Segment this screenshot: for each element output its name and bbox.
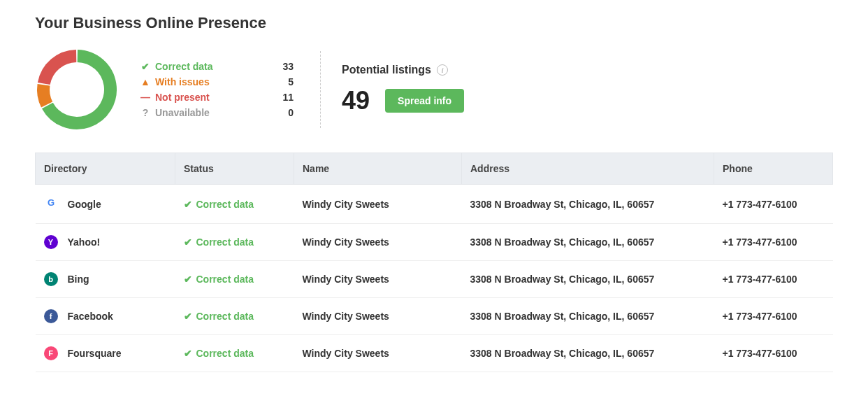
th-phone: Phone <box>714 153 833 185</box>
directory-name: Bing <box>68 274 89 285</box>
legend-count-unavail: 0 <box>273 107 294 118</box>
business-address: 3308 N Broadway St, Chicago, IL, 60657 <box>462 185 714 224</box>
directory-name: Foursquare <box>68 348 122 359</box>
presence-donut-chart <box>35 48 119 132</box>
th-address: Address <box>462 153 714 185</box>
business-phone: +1 773-477-6100 <box>714 298 833 335</box>
question-icon: ? <box>140 107 151 118</box>
minus-icon: — <box>140 92 151 103</box>
legend-label-correct: Correct data <box>155 61 212 72</box>
legend-label-issues: With issues <box>155 76 210 87</box>
page-title: Your Business Online Presence <box>35 14 833 32</box>
potential-count: 49 <box>342 86 370 115</box>
status-text: Correct data <box>196 236 254 248</box>
th-status: Status <box>175 153 294 185</box>
business-address: 3308 N Broadway St, Chicago, IL, 60657 <box>462 298 714 335</box>
business-phone: +1 773-477-6100 <box>714 185 833 224</box>
business-address: 3308 N Broadway St, Chicago, IL, 60657 <box>462 224 714 261</box>
table-row[interactable]: Y Yahoo! ✔ Correct data Windy City Sweet… <box>36 224 833 261</box>
legend-row-notpresent: — Not present 11 <box>140 90 294 105</box>
status-text: Correct data <box>196 274 254 285</box>
status-text: Correct data <box>196 348 254 359</box>
business-name: Windy City Sweets <box>294 224 462 261</box>
table-row[interactable]: f Facebook ✔ Correct data Windy City Swe… <box>36 298 833 335</box>
legend-row-unavail: ? Unavailable 0 <box>140 105 294 120</box>
check-icon: ✔ <box>184 274 192 285</box>
legend-count-issues: 5 <box>273 76 294 87</box>
warning-icon: ▲ <box>140 76 151 87</box>
business-name: Windy City Sweets <box>294 261 462 298</box>
vertical-divider <box>320 51 321 128</box>
directory-name: Facebook <box>68 311 113 322</box>
business-name: Windy City Sweets <box>294 185 462 224</box>
table-row[interactable]: b Bing ✔ Correct data Windy City Sweets … <box>36 261 833 298</box>
spread-info-button[interactable]: Spread info <box>385 89 464 113</box>
legend-label-unavail: Unavailable <box>155 107 210 118</box>
business-address: 3308 N Broadway St, Chicago, IL, 60657 <box>462 261 714 298</box>
check-icon: ✔ <box>184 311 192 322</box>
status-text: Correct data <box>196 199 254 210</box>
google-icon: G <box>44 196 58 212</box>
th-directory: Directory <box>36 153 175 185</box>
business-name: Windy City Sweets <box>294 335 462 372</box>
potential-listings-panel: Potential listings i 49 Spread info <box>342 64 464 115</box>
potential-heading: Potential listings <box>342 64 431 76</box>
business-name: Windy City Sweets <box>294 298 462 335</box>
directory-name: Yahoo! <box>68 236 101 248</box>
foursquare-icon: F <box>44 346 58 360</box>
check-icon: ✔ <box>184 199 192 210</box>
business-phone: +1 773-477-6100 <box>714 224 833 261</box>
business-phone: +1 773-477-6100 <box>714 335 833 372</box>
info-icon[interactable]: i <box>437 64 448 76</box>
legend: ✔ Correct data 33 ▲ With issues 5 — Not … <box>140 59 294 120</box>
legend-row-issues: ▲ With issues 5 <box>140 74 294 90</box>
legend-label-notpresent: Not present <box>155 92 210 103</box>
svg-text:G: G <box>47 197 54 208</box>
directory-name: Google <box>68 199 101 210</box>
business-address: 3308 N Broadway St, Chicago, IL, 60657 <box>462 335 714 372</box>
check-icon: ✔ <box>140 61 151 72</box>
table-row[interactable]: G Google ✔ Correct data Windy City Sweet… <box>36 185 833 224</box>
check-icon: ✔ <box>184 236 192 248</box>
summary-panel: ✔ Correct data 33 ▲ With issues 5 — Not … <box>35 48 833 132</box>
legend-row-correct: ✔ Correct data 33 <box>140 59 294 74</box>
business-phone: +1 773-477-6100 <box>714 261 833 298</box>
facebook-icon: f <box>44 309 58 323</box>
status-text: Correct data <box>196 311 254 322</box>
th-name: Name <box>294 153 462 185</box>
legend-count-correct: 33 <box>273 61 294 72</box>
check-icon: ✔ <box>184 348 192 359</box>
bing-icon: b <box>44 272 58 286</box>
legend-count-notpresent: 11 <box>273 92 294 103</box>
listings-table: Directory Status Name Address Phone G Go… <box>35 153 833 372</box>
table-row[interactable]: F Foursquare ✔ Correct data Windy City S… <box>36 335 833 372</box>
yahoo-icon: Y <box>44 235 58 249</box>
